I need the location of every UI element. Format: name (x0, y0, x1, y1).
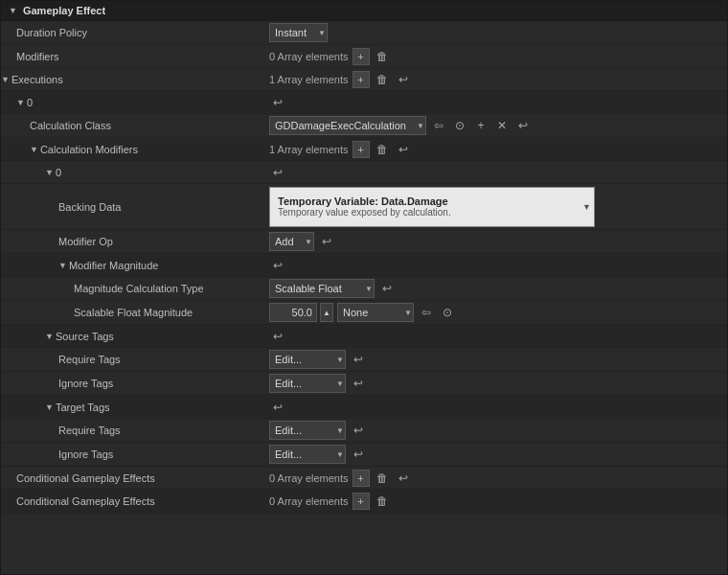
magnitude-calc-type-label: Magnitude Calculation Type (1, 280, 265, 297)
target-require-tags-dropdown: Edit... ▼ (269, 421, 346, 440)
calc-mod-0-reset-btn[interactable]: ↩ (269, 164, 286, 181)
source-require-tags-label: Require Tags (1, 351, 265, 368)
source-ignore-tags-reset-btn[interactable]: ↩ (350, 375, 367, 392)
source-tags-label: ▼ Source Tags (1, 328, 265, 345)
calc-class-close-btn[interactable]: ✕ (493, 117, 511, 134)
conditional-effects-1-add-btn[interactable]: + (353, 470, 370, 487)
target-ignore-tags-reset-btn[interactable]: ↩ (350, 446, 367, 463)
calc-mods-array-text: 1 Array elements (269, 144, 349, 155)
calc-mods-add-btn[interactable]: + (353, 141, 370, 158)
target-require-tags-reset-btn[interactable]: ↩ (350, 422, 367, 439)
calculation-class-select[interactable]: GDDamageExecCalculation (269, 116, 426, 135)
conditional-effects-2-delete-btn[interactable]: 🗑 (374, 493, 391, 510)
scalable-float-none-dropdown: None ▼ (337, 303, 414, 322)
magnitude-calc-type-row: Magnitude Calculation Type Scalable Floa… (1, 277, 727, 301)
calc-mods-collapse[interactable]: ▼ (30, 145, 38, 154)
modifiers-text: Modifiers (16, 51, 59, 62)
calc-class-search-btn[interactable]: ⊙ (451, 117, 468, 134)
conditional-effects-2-add-btn[interactable]: + (353, 493, 370, 510)
modifier-magnitude-label: ▼ Modifier Magnitude (1, 257, 265, 274)
magnitude-calc-type-select[interactable]: Scalable Float (269, 279, 375, 298)
calc-mods-delete-btn[interactable]: 🗑 (374, 141, 391, 158)
modifier-op-value: Add ▼ ↩ (265, 230, 727, 253)
calculation-class-label: Calculation Class (1, 117, 265, 134)
modifiers-delete-btn[interactable]: 🗑 (374, 48, 391, 65)
calc-mods-reset-btn[interactable]: ↩ (395, 141, 412, 158)
source-require-tags-value: Edit... ▼ ↩ (265, 348, 727, 371)
conditional-effects-1-delete-btn[interactable]: 🗑 (374, 470, 391, 487)
duration-policy-dropdown-wrapper: Instant ▼ (269, 23, 328, 42)
modifier-magnitude-reset-btn[interactable]: ↩ (269, 257, 286, 274)
target-ignore-tags-text: Ignore Tags (58, 448, 113, 460)
modifier-magnitude-text: Modifier Magnitude (69, 260, 159, 271)
scalable-float-spin-btn[interactable]: ▲ (320, 303, 333, 322)
backing-data-text: Backing Data (58, 201, 121, 213)
magnitude-calc-type-reset-btn[interactable]: ↩ (378, 280, 396, 297)
source-require-tags-reset-btn[interactable]: ↩ (350, 351, 367, 368)
scalable-float-search-btn[interactable]: ⊙ (439, 304, 456, 321)
duration-policy-select[interactable]: Instant (269, 23, 328, 42)
calc-mod-0-collapse[interactable]: ▼ (45, 168, 54, 177)
calculation-modifiers-label: ▼ Calculation Modifiers (1, 141, 265, 158)
modifiers-value: 0 Array elements + 🗑 (265, 46, 727, 67)
modifier-magnitude-row: ▼ Modifier Magnitude ↩ (1, 254, 727, 277)
source-tags-value: ↩ (265, 326, 727, 347)
scalable-float-number-input[interactable] (269, 303, 317, 322)
modifiers-add-btn[interactable]: + (353, 48, 370, 65)
target-require-tags-label: Require Tags (1, 422, 265, 439)
calc-class-add-btn[interactable]: + (472, 117, 489, 134)
scalable-float-back-btn[interactable]: ⇦ (418, 304, 435, 321)
modifier-magnitude-collapse[interactable]: ▼ (58, 261, 67, 270)
modifier-op-select[interactable]: Add (269, 232, 314, 251)
target-ignore-tags-row: Ignore Tags Edit... ▼ ↩ (1, 443, 727, 467)
executions-delete-btn[interactable]: 🗑 (374, 71, 391, 88)
target-tags-row: ▼ Target Tags ↩ (1, 396, 727, 419)
source-require-tags-row: Require Tags Edit... ▼ ↩ (1, 348, 727, 372)
magnitude-calc-type-value: Scalable Float ▼ ↩ (265, 277, 727, 300)
exec-0-text: 0 (27, 97, 33, 108)
calc-class-back-btn[interactable]: ⇦ (430, 117, 447, 134)
scalable-float-input-group: ▲ None ▼ ⇦ ⊙ (269, 303, 456, 322)
backing-data-title: Temporary Variable: Data.Damage (278, 196, 571, 207)
exec-0-row: ▼ 0 ↩ (1, 91, 727, 114)
target-ignore-tags-select[interactable]: Edit... (269, 445, 346, 464)
source-tags-collapse[interactable]: ▼ (45, 332, 54, 341)
conditional-gameplay-effects-2-text: Conditional Gameplay Effects (16, 495, 155, 507)
conditional-effects-1-array-text: 0 Array elements (269, 472, 349, 484)
calc-class-reset-btn[interactable]: ↩ (514, 117, 532, 134)
source-tags-reset-btn[interactable]: ↩ (269, 328, 286, 345)
conditional-effects-2-array-text: 0 Array elements (269, 495, 349, 507)
executions-collapse-icon[interactable]: ▼ (1, 75, 10, 84)
source-tags-row: ▼ Source Tags ↩ (1, 325, 727, 348)
executions-reset-btn[interactable]: ↩ (395, 71, 412, 88)
gameplay-effect-panel: ▼ Gameplay Effect Duration Policy Instan… (0, 0, 728, 575)
backing-data-value: Temporary Variable: Data.Damage Temporar… (265, 185, 727, 229)
panel-collapse-arrow[interactable]: ▼ (9, 6, 17, 15)
scalable-float-none-select[interactable]: None (337, 303, 414, 322)
calc-mod-0-text: 0 (56, 167, 61, 178)
exec-0-reset-btn[interactable]: ↩ (269, 94, 286, 111)
target-ignore-tags-dropdown: Edit... ▼ (269, 445, 346, 464)
target-tags-collapse[interactable]: ▼ (45, 402, 54, 412)
scalable-float-text: Scalable Float Magnitude (74, 307, 193, 318)
source-ignore-tags-select[interactable]: Edit... (269, 374, 346, 393)
executions-label: ▼ Executions (1, 71, 265, 88)
source-require-tags-select[interactable]: Edit... (269, 350, 346, 369)
source-tags-text: Source Tags (56, 331, 114, 342)
modifier-op-text: Modifier Op (58, 236, 113, 247)
modifier-op-label: Modifier Op (1, 233, 265, 250)
exec-0-collapse-icon[interactable]: ▼ (16, 98, 25, 107)
conditional-gameplay-effects-1-value: 0 Array elements + 🗑 ↩ (265, 468, 727, 489)
calculation-class-value: GDDamageExecCalculation ▼ ⇦ ⊙ + ✕ ↩ (265, 114, 727, 137)
executions-add-btn[interactable]: + (353, 71, 370, 88)
scalable-float-row: Scalable Float Magnitude ▲ None ▼ ⇦ ⊙ (1, 301, 727, 325)
executions-row: ▼ Executions 1 Array elements + 🗑 ↩ (1, 68, 727, 91)
calculation-modifiers-row: ▼ Calculation Modifiers 1 Array elements… (1, 138, 727, 161)
target-tags-reset-btn[interactable]: ↩ (269, 399, 286, 416)
modifier-op-reset-btn[interactable]: ↩ (318, 233, 335, 250)
conditional-effects-1-reset-btn[interactable]: ↩ (395, 470, 412, 487)
backing-data-select[interactable]: Temporary Variable: Data.Damage Temporar… (269, 187, 595, 227)
target-require-tags-select[interactable]: Edit... (269, 421, 346, 440)
duration-policy-label: Duration Policy (1, 24, 265, 41)
target-require-tags-row: Require Tags Edit... ▼ ↩ (1, 419, 727, 443)
